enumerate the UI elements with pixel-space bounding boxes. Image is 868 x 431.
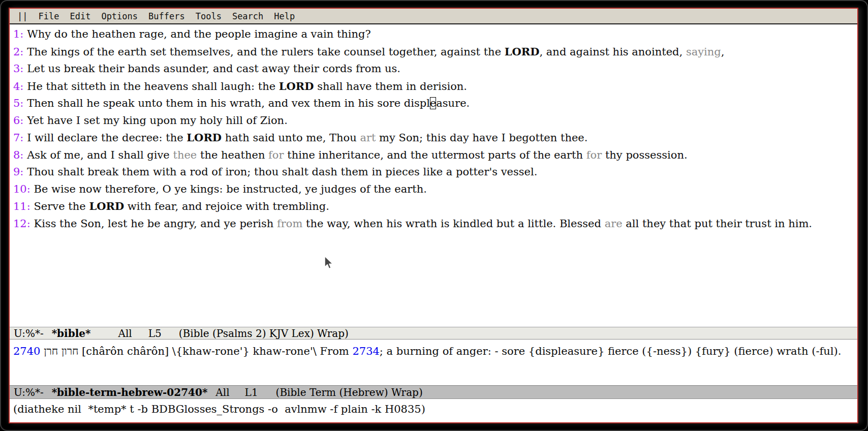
divine-name-bold: LORD (89, 200, 124, 212)
verse-number: 5: (13, 97, 23, 109)
verse-text: with fear, and rejoice with trembling. (124, 200, 329, 212)
lexicon-buffer[interactable]: 2740 חרון חרן [chârôn chârôn] \{khaw-ron… (10, 340, 857, 385)
menu-item-tools[interactable]: Tools (196, 11, 222, 21)
verse-number: 3: (13, 63, 23, 75)
verse-text: shall have them in derision. (314, 80, 467, 93)
text-cursor: e (430, 97, 436, 109)
modeline-status-flags[interactable]: U:%*- (14, 386, 44, 398)
modeline-lexicon: U:%*- *bible-term-hebrew-02740* All L1 (… (10, 385, 857, 399)
added-word: are (605, 218, 623, 230)
verse-line: 2: The kings of the earth set themselves… (13, 43, 853, 61)
divine-name-bold: LORD (187, 131, 222, 144)
verse-text: Thou shalt break them with a rod of iron… (27, 166, 537, 178)
bible-buffer[interactable]: 1: Why do the heathen rage, and the peop… (10, 24, 857, 327)
added-word: for (586, 149, 602, 161)
verse-line: 6: Yet have I set my king upon my holy h… (13, 112, 853, 130)
verse-number: 6: (13, 114, 23, 127)
added-word: thee (173, 149, 197, 161)
verse-number: 4: (13, 80, 23, 93)
added-word: art (360, 132, 376, 144)
verse-text: thine inheritance, and the uttermost par… (284, 149, 586, 161)
echo-area[interactable]: (diatheke nil *temp* t -b BDBGlosses_Str… (10, 399, 857, 422)
verse-number: 12: (13, 218, 30, 230)
verse-text: חרון חרן (40, 345, 82, 357)
verse-text: all they that put their trust in him. (623, 218, 812, 230)
verse-text: I will declare the decree: the (27, 132, 187, 144)
verse-line: 5: Then shall he speak unto them in his … (13, 95, 853, 112)
modeline-bible: U:%*- *bible* All L5 (Bible (Psalms 2) K… (10, 327, 857, 340)
verse-line: 7: I will declare the decree: the LORD h… (13, 129, 853, 147)
verse-text: Why do the heathen rage, and the people … (27, 28, 371, 40)
verse-text: Yet have I set my king upon my holy hill… (27, 114, 288, 127)
strongs-number-link[interactable]: 2734 (352, 345, 379, 357)
verse-text: ; a burning of anger: - sore {displeasur… (380, 345, 842, 357)
verse-text: Be wise now therefore, O ye kings: be in… (34, 183, 426, 195)
strongs-number-link[interactable]: 2740 (13, 345, 40, 357)
modeline-status-flags[interactable]: U:%*- (14, 327, 44, 340)
verse-text: the heathen (197, 149, 268, 161)
menu-item-edit[interactable]: Edit (70, 11, 90, 21)
menu-item-file[interactable]: File (38, 11, 59, 21)
verse-line: 4: He that sitteth in the heavens shall … (13, 78, 853, 96)
verse-text: He that sitteth in the heavens shall lau… (27, 80, 279, 93)
divine-name-bold: LORD (505, 45, 540, 58)
verse-number: 8: (13, 149, 23, 161)
modeline-buffer-name[interactable]: *bible* (52, 327, 91, 340)
verse-text: Kiss the Son, lest he be angry, and ye p… (34, 218, 277, 230)
modeline-buffer-name[interactable]: *bible-term-hebrew-02740* (52, 386, 208, 398)
emacs-frame: ||FileEditOptionsBuffersToolsSearchHelp … (9, 8, 858, 423)
menu-item-options[interactable]: Options (101, 11, 138, 21)
lexicon-entry: 2740 חרון חרן [chârôn chârôn] \{khaw-ron… (13, 343, 853, 360)
verse-text: The kings of the earth set themselves, a… (27, 46, 505, 58)
verse-number: 2: (13, 46, 23, 58)
verse-text: Ask of me, and I shall give (27, 149, 173, 161)
verse-line: 1: Why do the heathen rage, and the peop… (13, 26, 853, 43)
modeline-line-number: L1 (245, 386, 258, 398)
verse-number: 10: (13, 183, 30, 195)
menu-item-buffers[interactable]: Buffers (148, 11, 185, 21)
verse-text: hath said unto me, Thou (222, 132, 360, 144)
modeline-major-minor-modes[interactable]: (Bible (Psalms 2) KJV Lex) Wrap) (179, 327, 349, 340)
verse-number: 1: (13, 28, 23, 40)
added-word: saying (686, 46, 721, 58)
modeline-position: All (118, 327, 132, 340)
menu-item-help[interactable]: Help (274, 11, 295, 21)
verse-text: [chârôn chârôn] \{khaw-rone'} khaw-rone'… (82, 345, 352, 357)
added-word: for (268, 149, 284, 161)
menu-item-search[interactable]: Search (232, 11, 263, 21)
divine-name-bold: LORD (279, 80, 314, 93)
verse-number: 11: (13, 200, 30, 212)
verse-number: 9: (13, 166, 23, 178)
verse-line: 8: Ask of me, and I shall give thee the … (13, 147, 853, 164)
verse-text: asure. (436, 97, 470, 109)
verse-text: thy possession. (602, 149, 687, 161)
modeline-major-minor-modes[interactable]: (Bible Term (Hebrew) Wrap) (276, 386, 423, 398)
verse-line: 10: Be wise now therefore, O ye kings: b… (13, 181, 853, 198)
menu-item-[interactable]: || (17, 11, 27, 21)
verse-text: the way, when his wrath is kindled but a… (302, 218, 604, 230)
verse-line: 11: Serve the LORD with fear, and rejoic… (13, 198, 853, 216)
verse-text: Serve the (34, 200, 89, 212)
verse-number: 7: (13, 132, 23, 144)
added-word: from (277, 218, 302, 230)
verse-text: , and against his anointed, (539, 46, 686, 58)
verse-text: Let us break their bands asunder, and ca… (27, 63, 400, 75)
modeline-position: All (215, 386, 229, 398)
menu-bar[interactable]: ||FileEditOptionsBuffersToolsSearchHelp (10, 9, 857, 24)
verse-text: my Son; this day have I begotten thee. (376, 132, 587, 144)
verse-text: , (721, 46, 725, 58)
verse-line: 3: Let us break their bands asunder, and… (13, 60, 853, 78)
verse-text: Then shall he speak unto them in his wra… (27, 97, 430, 109)
verse-line: 9: Thou shalt break them with a rod of i… (13, 164, 853, 181)
verse-line: 12: Kiss the Son, lest he be angry, and … (13, 216, 853, 233)
modeline-line-number: L5 (148, 327, 162, 340)
